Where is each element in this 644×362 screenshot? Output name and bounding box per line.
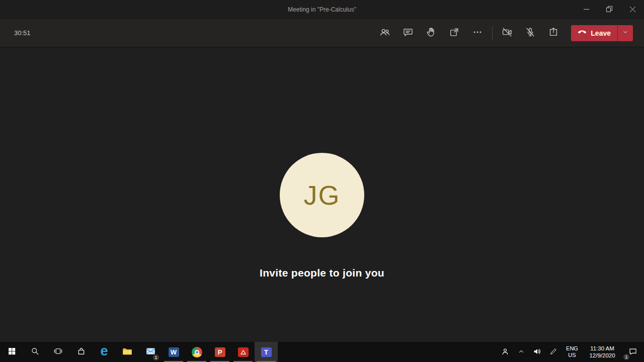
word-icon: W: [169, 347, 179, 357]
taskbar-item-teams[interactable]: T: [255, 342, 278, 362]
more-options-button[interactable]: [469, 25, 486, 42]
tray-overflow-button[interactable]: [513, 342, 529, 362]
taskbar-item-chrome[interactable]: [185, 342, 208, 362]
microsoft-store-icon: [76, 346, 86, 357]
tray-people-button[interactable]: [497, 342, 513, 362]
restore-button[interactable]: [598, 0, 621, 19]
taskbar-item-mail[interactable]: 1: [139, 342, 162, 362]
taskbar: e 1 W: [0, 342, 644, 362]
more-options-icon: [472, 27, 483, 39]
close-button[interactable]: [621, 0, 644, 19]
search-icon: [30, 346, 40, 357]
taskbar-item-powerpoint[interactable]: P: [208, 342, 231, 362]
leave-options-button[interactable]: [618, 25, 633, 41]
camera-off-button[interactable]: [499, 25, 516, 42]
acrobat-icon: [238, 347, 249, 357]
raise-hand-icon: [426, 27, 437, 39]
participants-button[interactable]: [376, 25, 393, 42]
breakout-rooms-button[interactable]: [446, 25, 463, 42]
tray-pen-button[interactable]: [545, 342, 561, 362]
language-region: US: [568, 352, 576, 358]
share-screen-icon: [548, 27, 559, 39]
powerpoint-icon: P: [215, 347, 225, 357]
taskbar-clock[interactable]: 11:30 AM 12/9/2020: [583, 342, 622, 362]
breakout-rooms-icon: [449, 27, 460, 39]
taskbar-item-store[interactable]: [69, 342, 93, 362]
tray-volume-button[interactable]: [529, 342, 545, 362]
edge-icon: e: [100, 344, 108, 358]
taskbar-item-acrobat[interactable]: [231, 342, 255, 362]
file-explorer-icon: [122, 346, 133, 358]
chevron-up-icon: [518, 348, 525, 356]
meeting-toolbar: 30:51: [0, 19, 644, 47]
mic-off-button[interactable]: [522, 25, 539, 42]
window-controls: [575, 0, 644, 19]
taskbar-item-word[interactable]: W: [162, 342, 185, 362]
task-view-button[interactable]: [46, 342, 69, 362]
people-icon: [501, 347, 510, 357]
camera-off-icon: [502, 27, 513, 39]
title-bar: Meeting in "Pre-Calculus": [0, 0, 644, 19]
window-title: Meeting in "Pre-Calculus": [0, 6, 644, 13]
chrome-icon: [192, 347, 202, 357]
windows-logo-icon: [8, 347, 16, 357]
avatar-initials: JG: [303, 179, 340, 211]
taskbar-item-edge[interactable]: e: [93, 342, 116, 362]
teams-icon: T: [261, 347, 272, 357]
meeting-stage: JG Invite people to join you: [0, 48, 644, 342]
share-screen-button[interactable]: [545, 25, 562, 42]
action-center-button[interactable]: 1: [622, 342, 644, 362]
minimize-button[interactable]: [575, 0, 598, 19]
avatar: JG: [280, 153, 364, 237]
minimize-icon: [584, 6, 589, 14]
clock-time: 11:30 AM: [590, 345, 614, 352]
taskbar-item-file-explorer[interactable]: [116, 342, 139, 362]
language-code: ENG: [566, 345, 578, 352]
start-button[interactable]: [0, 342, 23, 362]
hang-up-icon: [578, 29, 587, 37]
teams-meeting-window: Meeting in "Pre-Calculus": [0, 0, 644, 362]
leave-split-button: Leave: [571, 25, 633, 41]
invite-message: Invite people to join you: [0, 267, 644, 279]
meeting-actions-group: [376, 25, 486, 42]
leave-button[interactable]: Leave: [571, 25, 617, 41]
speaker-icon: [533, 347, 542, 357]
participants-icon: [379, 27, 390, 39]
restore-icon: [606, 6, 612, 14]
chrome-icon-hub: [195, 350, 199, 354]
leave-label: Leave: [591, 29, 611, 37]
raise-hand-button[interactable]: [423, 25, 440, 42]
system-tray: ENG US 11:30 AM 12/9/2020 1: [497, 342, 644, 362]
chevron-down-icon: [622, 29, 628, 37]
close-icon: [630, 6, 635, 14]
meeting-timer: 30:51: [14, 29, 31, 37]
chat-button[interactable]: [399, 25, 417, 42]
pen-icon: [549, 347, 557, 357]
action-center-badge: 1: [623, 353, 630, 360]
clock-date: 12/9/2020: [589, 352, 615, 359]
toolbar-divider: [492, 27, 493, 40]
taskbar-search-button[interactable]: [23, 342, 46, 362]
language-indicator[interactable]: ENG US: [561, 342, 583, 362]
device-controls-group: [499, 25, 562, 42]
mic-off-icon: [525, 27, 536, 39]
task-view-icon: [53, 346, 63, 357]
mail-badge: 1: [152, 354, 159, 361]
chat-icon: [403, 27, 414, 39]
